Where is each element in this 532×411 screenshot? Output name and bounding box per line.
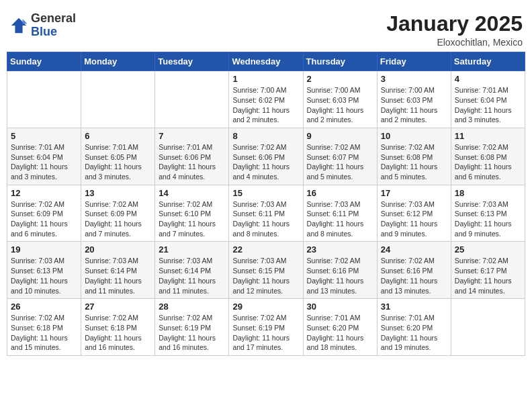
day-number: 27 (85, 302, 151, 312)
calendar-cell (451, 299, 525, 356)
calendar-cell: 25Sunrise: 7:02 AM Sunset: 6:17 PM Dayli… (451, 242, 525, 299)
logo-icon (9, 16, 28, 35)
calendar-cell: 4Sunrise: 7:01 AM Sunset: 6:04 PM Daylig… (451, 71, 525, 128)
day-number: 30 (307, 302, 373, 312)
calendar-week-5: 26Sunrise: 7:02 AM Sunset: 6:18 PM Dayli… (7, 299, 525, 356)
day-number: 16 (307, 188, 373, 198)
day-info: Sunrise: 7:03 AM Sunset: 6:13 PM Dayligh… (455, 199, 521, 239)
day-info: Sunrise: 7:02 AM Sunset: 6:19 PM Dayligh… (159, 313, 225, 353)
day-number: 22 (232, 244, 299, 255)
calendar-cell: 15Sunrise: 7:03 AM Sunset: 6:11 PM Dayli… (229, 185, 303, 242)
day-info: Sunrise: 7:03 AM Sunset: 6:11 PM Dayligh… (232, 199, 299, 239)
day-info: Sunrise: 7:03 AM Sunset: 6:15 PM Dayligh… (232, 256, 299, 295)
calendar-cell: 30Sunrise: 7:01 AM Sunset: 6:20 PM Dayli… (303, 299, 377, 356)
location: Eloxochitlan, Mexico (386, 37, 523, 48)
calendar-cell: 5Sunrise: 7:01 AM Sunset: 6:04 PM Daylig… (7, 128, 81, 185)
day-info: Sunrise: 7:02 AM Sunset: 6:06 PM Dayligh… (232, 142, 299, 182)
calendar-cell: 16Sunrise: 7:03 AM Sunset: 6:11 PM Dayli… (303, 185, 377, 242)
day-info: Sunrise: 7:02 AM Sunset: 6:17 PM Dayligh… (455, 256, 521, 295)
calendar-cell: 22Sunrise: 7:03 AM Sunset: 6:15 PM Dayli… (229, 242, 303, 299)
calendar-cell: 7Sunrise: 7:01 AM Sunset: 6:06 PM Daylig… (155, 128, 229, 185)
day-info: Sunrise: 7:02 AM Sunset: 6:18 PM Dayligh… (85, 313, 151, 353)
calendar-cell: 29Sunrise: 7:02 AM Sunset: 6:19 PM Dayli… (229, 299, 303, 356)
day-number: 24 (381, 244, 447, 255)
calendar-week-2: 5Sunrise: 7:01 AM Sunset: 6:04 PM Daylig… (7, 128, 525, 185)
day-info: Sunrise: 7:03 AM Sunset: 6:13 PM Dayligh… (11, 256, 77, 295)
day-number: 12 (11, 188, 77, 198)
day-number: 4 (455, 74, 521, 84)
calendar-cell: 18Sunrise: 7:03 AM Sunset: 6:13 PM Dayli… (451, 185, 525, 242)
day-info: Sunrise: 7:02 AM Sunset: 6:16 PM Dayligh… (381, 256, 447, 295)
calendar-cell: 14Sunrise: 7:02 AM Sunset: 6:10 PM Dayli… (155, 185, 229, 242)
calendar-cell: 17Sunrise: 7:03 AM Sunset: 6:12 PM Dayli… (377, 185, 451, 242)
day-info: Sunrise: 7:02 AM Sunset: 6:09 PM Dayligh… (85, 199, 151, 239)
calendar-cell: 10Sunrise: 7:02 AM Sunset: 6:08 PM Dayli… (377, 128, 451, 185)
logo: General Blue (9, 12, 76, 39)
calendar-cell: 21Sunrise: 7:03 AM Sunset: 6:14 PM Dayli… (155, 242, 229, 299)
day-info: Sunrise: 7:03 AM Sunset: 6:11 PM Dayligh… (307, 199, 373, 239)
day-number: 21 (159, 244, 225, 255)
calendar-cell: 12Sunrise: 7:02 AM Sunset: 6:09 PM Dayli… (7, 185, 81, 242)
day-number: 25 (455, 244, 521, 255)
day-info: Sunrise: 7:03 AM Sunset: 6:12 PM Dayligh… (381, 199, 447, 239)
header: General Blue January 2025 Eloxochitlan, … (7, 7, 525, 52)
calendar-cell: 1Sunrise: 7:00 AM Sunset: 6:02 PM Daylig… (229, 71, 303, 128)
svg-marker-0 (11, 18, 26, 33)
svg-marker-1 (23, 19, 28, 24)
calendar-cell (7, 71, 81, 128)
calendar-header-row: SundayMondayTuesdayWednesdayThursdayFrid… (7, 52, 525, 71)
day-info: Sunrise: 7:01 AM Sunset: 6:20 PM Dayligh… (307, 313, 373, 353)
day-number: 8 (232, 131, 299, 141)
calendar-table: SundayMondayTuesdayWednesdayThursdayFrid… (7, 52, 525, 356)
calendar-cell (155, 71, 229, 128)
calendar-cell (81, 71, 155, 128)
day-number: 20 (85, 244, 151, 255)
calendar-header-sunday: Sunday (7, 52, 81, 71)
day-info: Sunrise: 7:00 AM Sunset: 6:03 PM Dayligh… (381, 85, 447, 125)
day-info: Sunrise: 7:02 AM Sunset: 6:09 PM Dayligh… (11, 199, 77, 239)
day-number: 31 (381, 302, 447, 312)
day-info: Sunrise: 7:02 AM Sunset: 6:08 PM Dayligh… (455, 142, 521, 182)
day-number: 7 (159, 131, 225, 141)
calendar-week-4: 19Sunrise: 7:03 AM Sunset: 6:13 PM Dayli… (7, 242, 525, 299)
day-info: Sunrise: 7:01 AM Sunset: 6:04 PM Dayligh… (11, 142, 77, 182)
day-info: Sunrise: 7:00 AM Sunset: 6:02 PM Dayligh… (232, 85, 299, 125)
day-info: Sunrise: 7:02 AM Sunset: 6:10 PM Dayligh… (159, 199, 225, 239)
day-number: 29 (232, 302, 299, 312)
day-info: Sunrise: 7:01 AM Sunset: 6:04 PM Dayligh… (455, 85, 521, 125)
day-number: 2 (307, 74, 373, 84)
day-info: Sunrise: 7:02 AM Sunset: 6:07 PM Dayligh… (307, 142, 373, 182)
calendar-week-1: 1Sunrise: 7:00 AM Sunset: 6:02 PM Daylig… (7, 71, 525, 128)
calendar-cell: 26Sunrise: 7:02 AM Sunset: 6:18 PM Dayli… (7, 299, 81, 356)
logo-general-text: General (31, 11, 76, 25)
day-info: Sunrise: 7:02 AM Sunset: 6:18 PM Dayligh… (11, 313, 77, 353)
calendar-cell: 3Sunrise: 7:00 AM Sunset: 6:03 PM Daylig… (377, 71, 451, 128)
day-number: 11 (455, 131, 521, 141)
day-number: 18 (455, 188, 521, 198)
calendar-cell: 28Sunrise: 7:02 AM Sunset: 6:19 PM Dayli… (155, 299, 229, 356)
day-info: Sunrise: 7:03 AM Sunset: 6:14 PM Dayligh… (159, 256, 225, 295)
day-info: Sunrise: 7:01 AM Sunset: 6:06 PM Dayligh… (159, 142, 225, 182)
calendar-cell: 8Sunrise: 7:02 AM Sunset: 6:06 PM Daylig… (229, 128, 303, 185)
calendar-cell: 6Sunrise: 7:01 AM Sunset: 6:05 PM Daylig… (81, 128, 155, 185)
month-title: January 2025 (386, 12, 523, 36)
day-info: Sunrise: 7:01 AM Sunset: 6:05 PM Dayligh… (85, 142, 151, 182)
day-number: 28 (159, 302, 225, 312)
calendar-cell: 19Sunrise: 7:03 AM Sunset: 6:13 PM Dayli… (7, 242, 81, 299)
calendar-cell: 31Sunrise: 7:01 AM Sunset: 6:20 PM Dayli… (377, 299, 451, 356)
calendar-header-wednesday: Wednesday (229, 52, 303, 71)
day-number: 15 (232, 188, 299, 198)
calendar-header-tuesday: Tuesday (155, 52, 229, 71)
day-number: 13 (85, 188, 151, 198)
day-number: 5 (11, 131, 77, 141)
calendar-cell: 2Sunrise: 7:00 AM Sunset: 6:03 PM Daylig… (303, 71, 377, 128)
calendar-week-3: 12Sunrise: 7:02 AM Sunset: 6:09 PM Dayli… (7, 185, 525, 242)
day-number: 14 (159, 188, 225, 198)
calendar-cell: 20Sunrise: 7:03 AM Sunset: 6:14 PM Dayli… (81, 242, 155, 299)
day-number: 9 (307, 131, 373, 141)
day-info: Sunrise: 7:00 AM Sunset: 6:03 PM Dayligh… (307, 85, 373, 125)
calendar-cell: 23Sunrise: 7:02 AM Sunset: 6:16 PM Dayli… (303, 242, 377, 299)
calendar-cell: 13Sunrise: 7:02 AM Sunset: 6:09 PM Dayli… (81, 185, 155, 242)
day-info: Sunrise: 7:01 AM Sunset: 6:20 PM Dayligh… (381, 313, 447, 353)
day-number: 6 (85, 131, 151, 141)
